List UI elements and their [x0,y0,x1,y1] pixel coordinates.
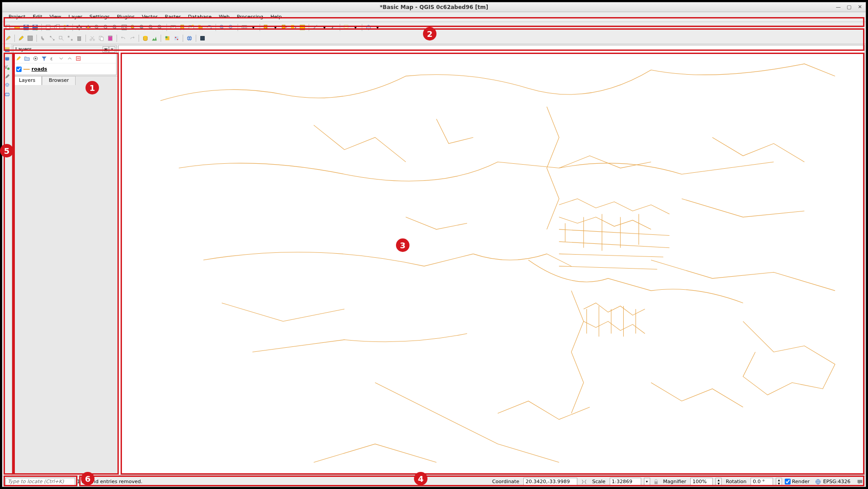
deselect-icon[interactable] [280,23,288,31]
refresh-icon[interactable] [205,23,213,31]
remove-layer-icon[interactable] [75,55,82,62]
temporal-controller-icon[interactable] [187,23,195,31]
plugin-topo-icon[interactable] [150,34,158,42]
zoom-out-icon[interactable] [102,23,110,31]
menu-layer[interactable]: Layer [65,13,86,21]
open-project-icon[interactable] [13,23,21,31]
rotation-input[interactable] [751,478,773,486]
redo-icon[interactable] [128,34,136,42]
new-geopackage-icon[interactable] [4,55,11,62]
pan-to-selection-icon[interactable] [84,23,92,31]
layout-manager-icon[interactable] [53,23,61,31]
zoom-full-icon[interactable] [120,23,128,31]
close-button[interactable]: ✕ [857,4,863,10]
new-3d-view-icon[interactable] [364,23,373,31]
edit-pencil-icon[interactable] [17,34,25,42]
digitize-icon[interactable] [48,34,56,42]
statistical-summary-icon[interactable]: Σ [329,23,337,31]
toggle-extents-icon[interactable] [580,478,588,486]
filter-legend-icon[interactable] [40,55,48,62]
zoom-native-icon[interactable] [111,23,119,31]
save-as-icon[interactable] [31,23,39,31]
add-feature-icon[interactable] [39,34,47,42]
map-canvas[interactable] [118,45,865,475]
select-features-icon[interactable] [262,23,270,31]
new-virtual-layer-icon[interactable] [4,82,11,89]
maximize-button[interactable]: ▢ [846,4,852,10]
collapse-all-icon[interactable] [66,55,73,62]
filter-by-expression-icon[interactable]: ε [49,55,56,62]
menu-raster[interactable]: Raster [161,13,184,21]
show-bookmarks-icon[interactable] [196,23,204,31]
menu-settings[interactable]: Settings [86,13,113,21]
menu-view[interactable]: View [46,13,65,21]
layer-roads-row[interactable]: roads [15,65,114,73]
pan-icon[interactable] [75,23,83,31]
measure-icon[interactable] [311,23,319,31]
panel-close-button[interactable]: ✕ [109,46,115,53]
move-feature-icon[interactable] [57,34,65,42]
save-edits-icon[interactable] [26,34,34,42]
scale-dropdown-button[interactable]: ▾ [644,478,650,486]
expand-all-icon[interactable] [58,55,65,62]
menu-web[interactable]: Web [215,13,233,21]
save-icon[interactable] [22,23,30,31]
manage-themes-icon[interactable] [32,55,39,62]
menu-plugins[interactable]: Plugins [113,13,138,21]
layer-tree[interactable]: roads [13,63,116,75]
render-checkbox[interactable] [785,479,791,485]
cut-icon[interactable] [88,34,96,42]
select-dropdown-2-icon[interactable]: ▾ [271,23,279,31]
style-manager-icon[interactable] [62,23,70,31]
coordinate-input[interactable] [523,478,577,486]
raster-calc-icon[interactable] [163,34,171,42]
locator-input[interactable] [5,478,75,486]
panel-undock-button[interactable]: ▣ [103,46,109,53]
menu-help[interactable]: Help [267,13,285,21]
paste-icon[interactable] [106,34,114,42]
messages-icon[interactable] [856,478,864,486]
delete-selected-icon[interactable] [75,34,83,42]
tab-browser[interactable]: Browser [42,76,76,85]
magnifier-input[interactable] [690,478,713,486]
select-dropdown-icon[interactable]: ▾ [249,23,257,31]
menu-edit[interactable]: Edit [29,13,46,21]
georeferencer-icon[interactable] [172,34,180,42]
rotation-spinner[interactable]: ▲▼ [776,478,782,486]
new-bookmark-icon[interactable] [178,23,186,31]
new-spatialite-icon[interactable] [4,73,11,80]
menu-processing[interactable]: Processing [233,13,267,21]
select-by-expression-icon[interactable]: ε [289,23,297,31]
lock-scale-icon[interactable] [653,479,659,485]
select-all-icon[interactable] [298,23,306,31]
minimize-button[interactable]: — [835,4,841,10]
processing-toolbox-icon[interactable] [198,34,207,42]
layer-style-icon[interactable] [15,55,22,62]
identify-icon[interactable] [218,23,226,31]
print-layout-icon[interactable] [44,23,52,31]
menu-database[interactable]: Database [184,13,216,21]
crs-button[interactable]: EPSG:4326 [812,479,853,485]
new-map-view-icon[interactable] [169,23,177,31]
map-tips-icon[interactable] [342,23,351,31]
undo-icon[interactable] [119,34,127,42]
zoom-last-icon[interactable] [147,23,155,31]
map-tips-dropdown-icon[interactable]: ▾ [351,23,360,31]
metasearch-icon[interactable] [185,34,193,42]
zoom-to-selection-icon[interactable] [129,23,137,31]
zoom-next-icon[interactable] [156,23,164,31]
new-memory-layer-icon[interactable] [4,91,11,98]
zoom-to-layer-icon[interactable] [138,23,146,31]
identify-menu-icon[interactable] [227,23,235,31]
open-attribute-table-icon[interactable] [240,23,248,31]
plugin-db-icon[interactable] [141,34,149,42]
node-tool-icon[interactable] [66,34,74,42]
new-shapefile-icon[interactable]: V [4,64,11,71]
toggle-editing-icon[interactable] [4,34,12,42]
data-source-manager-icon[interactable] [4,46,11,53]
options-dropdown-icon[interactable]: ▾ [373,23,382,31]
menu-vector[interactable]: Vector [138,13,161,21]
menu-project[interactable]: Project [5,13,29,21]
tab-layers[interactable]: Layers [12,76,42,85]
magnifier-spinner[interactable]: ▲▼ [715,478,722,486]
